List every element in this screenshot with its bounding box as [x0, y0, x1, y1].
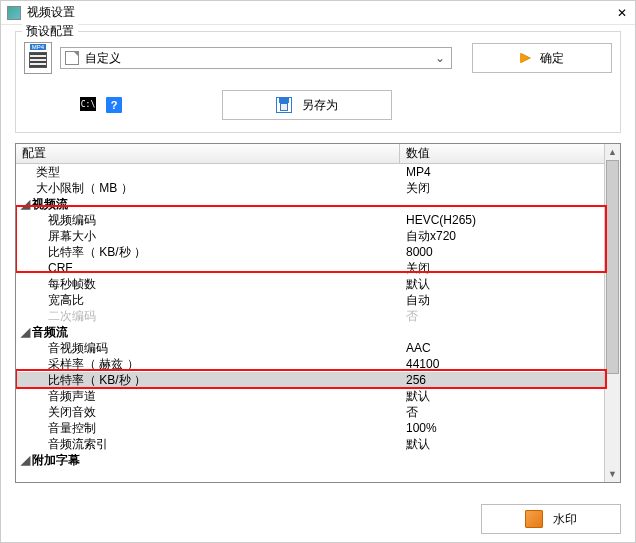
row-key: 附加字幕 [32, 452, 80, 468]
grid-header: 配置 数值 [16, 144, 604, 164]
row-value: 默认 [400, 436, 604, 452]
grid-row[interactable]: 类型MP4 [16, 164, 604, 180]
window-title: 视频设置 [27, 4, 615, 21]
grid-row[interactable]: 比特率（ KB/秒 ）256 [16, 372, 604, 388]
row-key: 屏幕大小 [48, 228, 96, 244]
scroll-thumb[interactable] [606, 160, 619, 374]
watermark-icon [525, 510, 543, 528]
scroll-down-icon[interactable]: ▼ [605, 466, 620, 482]
row-key: 比特率（ KB/秒 ） [48, 372, 146, 388]
grid-row[interactable]: CRF关闭 [16, 260, 604, 276]
row-key: 视频编码 [48, 212, 96, 228]
grid-row[interactable]: 大小限制（ MB ）关闭 [16, 180, 604, 196]
help-icon[interactable]: ? [106, 97, 122, 113]
document-icon [65, 51, 79, 65]
row-key: 二次编码 [48, 308, 96, 324]
row-key: 音频流 [32, 324, 68, 340]
collapse-icon[interactable]: ◢ [20, 196, 30, 212]
row-key: 音频声道 [48, 388, 96, 404]
row-value [400, 196, 604, 212]
vertical-scrollbar[interactable]: ▲ ▼ [604, 144, 620, 482]
row-value: 否 [400, 404, 604, 420]
row-value: 默认 [400, 276, 604, 292]
app-icon [7, 6, 21, 20]
watermark-label: 水印 [553, 511, 577, 528]
row-key: 每秒帧数 [48, 276, 96, 292]
preset-fieldset: 预设配置 自定义 ⌄ 确定 C:\ ? 另存为 [15, 31, 621, 133]
grid-row[interactable]: 音视频编码AAC [16, 340, 604, 356]
row-key: 类型 [36, 164, 60, 180]
save-as-label: 另存为 [302, 97, 338, 114]
floppy-disk-icon [276, 97, 292, 113]
row-key: 比特率（ KB/秒 ） [48, 244, 146, 260]
row-key: 大小限制（ MB ） [36, 180, 133, 196]
console-icon[interactable]: C:\ [80, 97, 96, 111]
save-as-button[interactable]: 另存为 [222, 90, 392, 120]
grid-row[interactable]: 屏幕大小自动x720 [16, 228, 604, 244]
preset-legend: 预设配置 [22, 23, 78, 40]
row-value: 否 [400, 308, 604, 324]
row-value: AAC [400, 340, 604, 356]
grid-row[interactable]: ◢音频流 [16, 324, 604, 340]
row-value [400, 324, 604, 340]
grid-row[interactable]: 二次编码否 [16, 308, 604, 324]
grid-row[interactable]: 音频流索引默认 [16, 436, 604, 452]
row-value: 8000 [400, 244, 604, 260]
row-key: 采样率（ 赫兹 ） [48, 356, 139, 372]
row-value: 自动x720 [400, 228, 604, 244]
row-value [400, 452, 604, 468]
grid-row[interactable]: 宽高比自动 [16, 292, 604, 308]
titlebar: 视频设置 ✕ [1, 1, 635, 25]
arrow-right-icon [520, 53, 530, 63]
preset-combo-value: 自定义 [85, 50, 433, 67]
close-icon[interactable]: ✕ [615, 6, 629, 20]
grid-row[interactable]: 每秒帧数默认 [16, 276, 604, 292]
row-key: 视频流 [32, 196, 68, 212]
ok-button-label: 确定 [540, 50, 564, 67]
row-key: 音频流索引 [48, 436, 108, 452]
row-value: 256 [400, 372, 604, 388]
collapse-icon[interactable]: ◢ [20, 324, 30, 340]
row-value: MP4 [400, 164, 604, 180]
row-key: 音视频编码 [48, 340, 108, 356]
grid-body: 类型MP4大小限制（ MB ）关闭◢视频流视频编码HEVC(H265)屏幕大小自… [16, 164, 604, 468]
collapse-icon[interactable]: ◢ [20, 452, 30, 468]
grid-row[interactable]: 音频声道默认 [16, 388, 604, 404]
chevron-down-icon: ⌄ [433, 51, 447, 65]
grid-row[interactable]: 视频编码HEVC(H265) [16, 212, 604, 228]
ok-button[interactable]: 确定 [472, 43, 612, 73]
row-value: 自动 [400, 292, 604, 308]
header-config[interactable]: 配置 [16, 144, 400, 163]
settings-grid: 配置 数值 类型MP4大小限制（ MB ）关闭◢视频流视频编码HEVC(H265… [15, 143, 621, 483]
grid-row[interactable]: ◢附加字幕 [16, 452, 604, 468]
row-value: 默认 [400, 388, 604, 404]
row-key: 宽高比 [48, 292, 84, 308]
mp4-icon [24, 42, 52, 74]
row-value: HEVC(H265) [400, 212, 604, 228]
row-key: 关闭音效 [48, 404, 96, 420]
grid-row[interactable]: 音量控制100% [16, 420, 604, 436]
row-key: 音量控制 [48, 420, 96, 436]
header-value[interactable]: 数值 [400, 144, 604, 163]
scroll-up-icon[interactable]: ▲ [605, 144, 620, 160]
row-value: 关闭 [400, 260, 604, 276]
row-key: CRF [48, 260, 73, 276]
row-value: 100% [400, 420, 604, 436]
grid-row[interactable]: 比特率（ KB/秒 ）8000 [16, 244, 604, 260]
row-value: 关闭 [400, 180, 604, 196]
grid-row[interactable]: 采样率（ 赫兹 ）44100 [16, 356, 604, 372]
grid-row[interactable]: 关闭音效否 [16, 404, 604, 420]
watermark-button[interactable]: 水印 [481, 504, 621, 534]
row-value: 44100 [400, 356, 604, 372]
grid-row[interactable]: ◢视频流 [16, 196, 604, 212]
preset-combo[interactable]: 自定义 ⌄ [60, 47, 452, 69]
